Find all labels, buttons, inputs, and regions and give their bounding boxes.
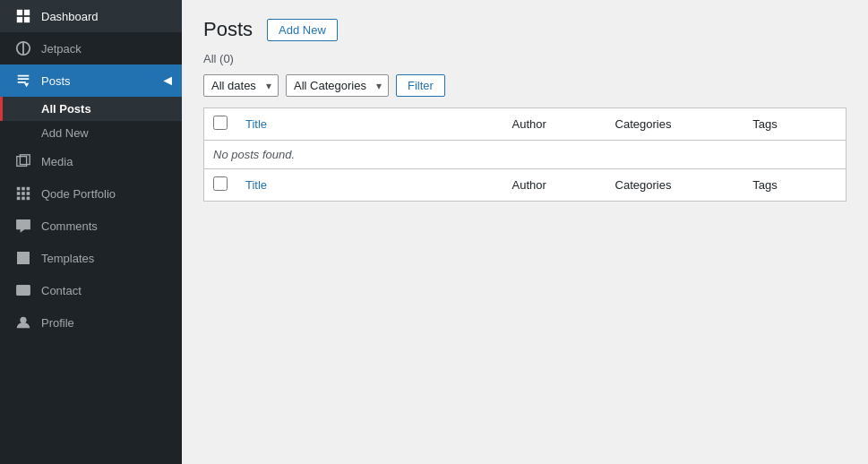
no-posts-message: No posts found. <box>213 148 295 161</box>
sidebar-item-comments-label: Comments <box>41 219 98 233</box>
filter-count: All (0) <box>203 52 847 65</box>
templates-icon <box>14 249 32 267</box>
col-footer-title: Title <box>236 169 503 202</box>
svg-rect-15 <box>17 197 21 201</box>
sidebar-item-contact-label: Contact <box>41 284 82 297</box>
svg-rect-17 <box>27 197 30 201</box>
categories-select-wrapper: All Categories <box>286 74 389 97</box>
sidebar-item-jetpack[interactable]: Jetpack <box>0 32 182 64</box>
sidebar-item-dashboard[interactable]: Dashboard <box>0 0 182 32</box>
svg-rect-1 <box>24 10 30 15</box>
table-header-row: Title Author Categories Tags <box>204 108 847 141</box>
no-posts-row: No posts found. <box>204 141 847 169</box>
sidebar-sub-all-posts[interactable]: All Posts <box>0 97 182 121</box>
sidebar-item-comments[interactable]: Comments <box>0 210 182 242</box>
svg-rect-12 <box>17 192 21 195</box>
no-posts-cell: No posts found. <box>204 141 847 169</box>
col-header-checkbox <box>204 108 237 141</box>
comments-icon <box>14 217 32 235</box>
sidebar-item-dashboard-label: Dashboard <box>41 10 99 23</box>
svg-rect-0 <box>17 10 22 15</box>
title-sort-footer-link[interactable]: Title <box>245 178 267 192</box>
sidebar-sub-add-new-label: Add New <box>41 126 89 140</box>
posts-table: Title Author Categories Tags No posts fo… <box>203 107 847 202</box>
svg-rect-11 <box>27 187 30 191</box>
svg-rect-13 <box>21 192 25 195</box>
sidebar-sub-all-posts-label: All Posts <box>41 102 91 116</box>
sidebar: Dashboard Jetpack Posts ◄ All Posts Add … <box>0 0 182 464</box>
media-icon <box>14 152 32 170</box>
col-footer-categories: Categories <box>606 169 744 202</box>
sidebar-item-contact[interactable]: Contact <box>0 274 182 306</box>
sidebar-item-qode-portfolio[interactable]: Qode Portfolio <box>0 177 182 210</box>
sidebar-item-qode-label: Qode Portfolio <box>41 187 116 201</box>
categories-select[interactable]: All Categories <box>286 74 389 97</box>
svg-point-21 <box>20 317 26 323</box>
dashboard-icon <box>14 7 32 25</box>
col-footer-tags: Tags <box>743 169 846 202</box>
sidebar-sub-add-new[interactable]: Add New <box>0 121 182 145</box>
col-footer-author: Author <box>503 169 606 202</box>
sidebar-item-profile[interactable]: Profile <box>0 306 182 339</box>
dates-select-wrapper: All dates <box>203 74 279 97</box>
svg-marker-6 <box>24 83 29 88</box>
sidebar-item-templates-label: Templates <box>41 252 94 265</box>
page-header: Posts Add New <box>203 18 847 41</box>
add-new-button[interactable]: Add New <box>267 19 338 41</box>
jetpack-icon <box>14 39 32 57</box>
posts-arrow-icon: ◄ <box>160 73 175 89</box>
table-footer-row: Title Author Categories Tags <box>204 169 847 202</box>
dates-select[interactable]: All dates <box>203 74 279 97</box>
sidebar-item-templates[interactable]: Templates <box>0 242 182 274</box>
posts-icon <box>14 72 32 90</box>
profile-icon <box>14 314 32 331</box>
svg-rect-16 <box>21 197 25 201</box>
svg-rect-14 <box>27 192 30 195</box>
col-header-categories: Categories <box>606 108 744 141</box>
sidebar-item-posts[interactable]: Posts ◄ <box>0 64 182 97</box>
sidebar-item-media-label: Media <box>41 155 73 168</box>
contact-icon <box>14 281 32 299</box>
page-title: Posts <box>203 18 253 41</box>
sidebar-item-jetpack-label: Jetpack <box>41 42 82 56</box>
svg-rect-10 <box>21 187 25 191</box>
select-all-checkbox[interactable] <box>213 116 228 130</box>
svg-rect-9 <box>17 187 21 191</box>
sidebar-item-posts-label: Posts <box>41 74 71 88</box>
main-content: Posts Add New All (0) All dates All Cate… <box>182 0 868 464</box>
col-header-author: Author <box>503 108 606 141</box>
select-all-footer-checkbox[interactable] <box>213 176 228 191</box>
filter-row: All dates All Categories Filter <box>203 74 847 97</box>
qode-icon <box>14 185 32 202</box>
sidebar-item-media[interactable]: Media <box>0 145 182 177</box>
title-sort-link[interactable]: Title <box>245 117 267 131</box>
col-footer-checkbox <box>204 169 237 202</box>
filter-button[interactable]: Filter <box>396 74 445 97</box>
svg-rect-3 <box>24 17 30 22</box>
col-header-title: Title <box>236 108 503 141</box>
col-header-tags: Tags <box>743 108 846 141</box>
sidebar-item-profile-label: Profile <box>41 316 74 330</box>
svg-rect-2 <box>17 17 22 22</box>
